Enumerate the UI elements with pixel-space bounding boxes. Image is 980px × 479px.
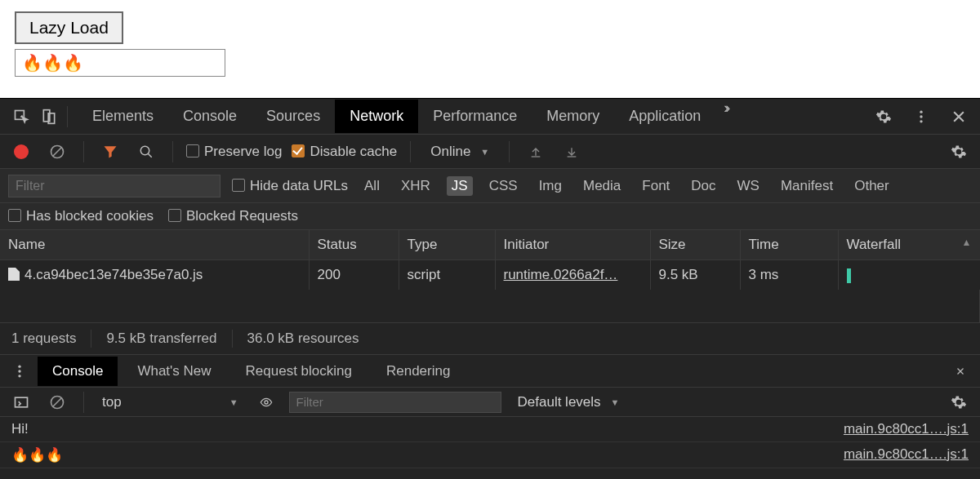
request-waterfall bbox=[838, 260, 980, 291]
disable-cache-checkbox[interactable]: Disable cache bbox=[292, 144, 397, 160]
tab-memory[interactable]: Memory bbox=[532, 100, 614, 133]
lazy-load-button[interactable]: Lazy Load bbox=[15, 11, 123, 44]
clear-icon[interactable] bbox=[44, 139, 70, 165]
sort-asc-icon: ▲ bbox=[962, 237, 972, 248]
log-source-link[interactable]: main.9c80cc1….js:1 bbox=[844, 421, 969, 437]
svg-rect-11 bbox=[16, 397, 28, 407]
filter-type-manifest[interactable]: Manifest bbox=[776, 176, 838, 196]
log-row[interactable]: 🔥🔥🔥 main.9c80cc1….js:1 bbox=[0, 442, 980, 468]
more-tabs-icon[interactable]: ›› bbox=[715, 100, 735, 133]
preserve-log-checkbox[interactable]: Preserve log bbox=[186, 144, 282, 160]
output-box: 🔥🔥🔥 bbox=[15, 49, 225, 77]
request-time: 3 ms bbox=[740, 260, 838, 291]
close-drawer-icon[interactable] bbox=[947, 358, 973, 384]
col-status[interactable]: Status bbox=[309, 230, 399, 260]
upload-har-icon[interactable] bbox=[523, 139, 549, 165]
request-type: script bbox=[399, 260, 495, 291]
chevron-down-icon: ▼ bbox=[229, 397, 238, 407]
svg-point-13 bbox=[265, 401, 268, 404]
close-icon[interactable] bbox=[946, 104, 972, 130]
drawer-tab-request-blocking[interactable]: Request blocking bbox=[231, 357, 367, 386]
log-message: Hi! bbox=[11, 421, 29, 437]
svg-point-10 bbox=[18, 375, 20, 377]
has-blocked-cookies-checkbox[interactable]: Has blocked cookies bbox=[8, 208, 154, 224]
main-tabs: Elements Console Sources Network Perform… bbox=[78, 100, 869, 133]
svg-point-3 bbox=[920, 110, 922, 113]
request-status: 200 bbox=[309, 260, 399, 291]
console-settings-gear-icon[interactable] bbox=[946, 389, 972, 415]
summary-transferred: 9.5 kB transferred bbox=[106, 330, 216, 347]
network-settings-gear-icon[interactable] bbox=[946, 139, 972, 165]
filter-type-css[interactable]: CSS bbox=[484, 176, 523, 196]
network-toolbar: Preserve log Disable cache Online ▼ bbox=[0, 135, 980, 169]
table-row[interactable]: 4.ca94bec13e74be35e7a0.js 200 script run… bbox=[0, 260, 980, 291]
filter-type-media[interactable]: Media bbox=[578, 176, 626, 196]
live-expression-icon[interactable] bbox=[253, 389, 279, 415]
col-waterfall[interactable]: Waterfall▲ bbox=[838, 230, 980, 260]
filter-type-font[interactable]: Font bbox=[637, 176, 675, 196]
request-size: 9.5 kB bbox=[650, 260, 740, 291]
filter-icon[interactable] bbox=[97, 139, 123, 165]
drawer-tab-console[interactable]: Console bbox=[38, 357, 118, 386]
filter-type-img[interactable]: Img bbox=[534, 176, 567, 196]
request-initiator[interactable]: runtime.0266a2f… bbox=[504, 267, 618, 282]
page-content: Lazy Load 🔥🔥🔥 bbox=[0, 0, 980, 83]
context-select[interactable]: top ▼ bbox=[97, 394, 243, 410]
tab-sources[interactable]: Sources bbox=[252, 100, 335, 133]
chevron-down-icon: ▼ bbox=[480, 147, 489, 157]
clear-console-icon[interactable] bbox=[44, 389, 70, 415]
hide-data-urls-checkbox[interactable]: Hide data URLs bbox=[232, 178, 348, 194]
svg-point-4 bbox=[920, 115, 922, 118]
summary-requests: 1 requests bbox=[11, 330, 76, 347]
console-toolbar: top ▼ Default levels ▼ bbox=[0, 388, 980, 417]
col-size[interactable]: Size bbox=[650, 230, 740, 260]
file-icon bbox=[8, 268, 20, 281]
filter-type-other[interactable]: Other bbox=[849, 176, 894, 196]
svg-point-5 bbox=[920, 120, 922, 122]
kebab-icon[interactable] bbox=[7, 358, 33, 384]
svg-point-8 bbox=[18, 365, 20, 367]
console-filter-input[interactable] bbox=[289, 392, 501, 413]
filter-type-all[interactable]: All bbox=[359, 176, 385, 196]
filter-input[interactable] bbox=[8, 175, 220, 197]
filter-type-xhr[interactable]: XHR bbox=[396, 176, 435, 196]
blocked-requests-checkbox[interactable]: Blocked Requests bbox=[168, 208, 298, 224]
chevron-down-icon: ▼ bbox=[611, 397, 620, 407]
col-name[interactable]: Name bbox=[0, 230, 309, 260]
console-log: Hi! main.9c80cc1….js:1 🔥🔥🔥 main.9c80cc1…… bbox=[0, 417, 980, 468]
kebab-icon[interactable] bbox=[908, 104, 934, 130]
console-sidebar-icon[interactable] bbox=[8, 389, 34, 415]
request-name: 4.ca94bec13e74be35e7a0.js bbox=[24, 267, 203, 282]
tab-console[interactable]: Console bbox=[168, 100, 252, 133]
log-row[interactable]: Hi! main.9c80cc1….js:1 bbox=[0, 417, 980, 442]
tab-application[interactable]: Application bbox=[614, 100, 715, 133]
log-message: 🔥🔥🔥 bbox=[11, 446, 63, 463]
log-levels-select[interactable]: Default levels ▼ bbox=[511, 394, 626, 410]
drawer-tab-whatsnew[interactable]: What's New bbox=[122, 357, 225, 386]
col-time[interactable]: Time bbox=[740, 230, 838, 260]
svg-point-7 bbox=[140, 146, 149, 155]
filter-type-ws[interactable]: WS bbox=[733, 176, 764, 196]
tab-elements[interactable]: Elements bbox=[78, 100, 168, 133]
col-initiator[interactable]: Initiator bbox=[495, 230, 650, 260]
svg-point-9 bbox=[18, 370, 20, 372]
network-summary: 1 requests 9.5 kB transferred 36.0 kB re… bbox=[0, 322, 980, 355]
throttle-select[interactable]: Online ▼ bbox=[424, 144, 496, 160]
tab-network[interactable]: Network bbox=[335, 100, 418, 133]
network-filter-bar-2: Has blocked cookies Blocked Requests bbox=[0, 203, 980, 230]
search-icon[interactable] bbox=[133, 139, 159, 165]
tab-performance[interactable]: Performance bbox=[418, 100, 532, 133]
filter-type-js[interactable]: JS bbox=[447, 176, 473, 196]
drawer-tab-rendering[interactable]: Rendering bbox=[372, 357, 465, 386]
record-button[interactable] bbox=[8, 139, 34, 165]
separator bbox=[67, 106, 68, 127]
gear-icon[interactable] bbox=[871, 104, 897, 130]
table-header-row: Name Status Type Initiator Size Time Wat… bbox=[0, 230, 980, 260]
filter-type-doc[interactable]: Doc bbox=[686, 176, 720, 196]
device-toggle-icon[interactable] bbox=[36, 104, 62, 130]
inspect-icon[interactable] bbox=[8, 104, 34, 130]
col-type[interactable]: Type bbox=[399, 230, 495, 260]
download-har-icon[interactable] bbox=[559, 139, 585, 165]
summary-resources: 36.0 kB resources bbox=[247, 330, 359, 347]
log-source-link[interactable]: main.9c80cc1….js:1 bbox=[844, 446, 969, 463]
